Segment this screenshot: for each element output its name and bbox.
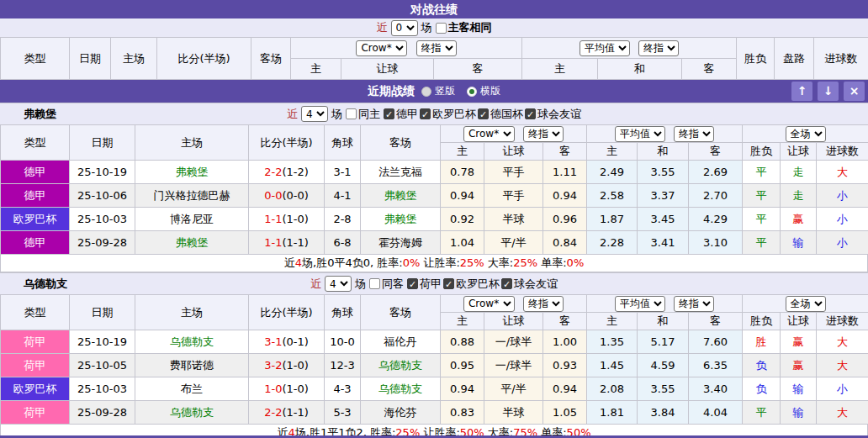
league-filter-checkbox[interactable]: ✓德国杯 <box>478 107 523 122</box>
bookmaker-select[interactable]: Crow* <box>463 296 515 312</box>
match-row: 荷甲25-10-19乌德勒支3-1(0-1)10-0福伦丹0.88一/球半1.0… <box>1 330 868 354</box>
col-date: 日期 <box>70 125 135 161</box>
sub-col-avg-away: 客 <box>689 143 743 161</box>
avg-home-odds: 1.81 <box>587 401 638 425</box>
section-summary-freiburg: 近4场,胜0平4负0, 胜率:0% 让胜率:25% 大率:25% 单率:0% <box>0 255 868 272</box>
match-date: 25-10-03 <box>70 208 135 231</box>
match-date: 25-10-03 <box>70 377 135 401</box>
handicap-result-cell: 赢 <box>781 330 817 354</box>
checkbox-unchecked-icon[interactable] <box>346 108 357 119</box>
same-away-checkbox[interactable]: 同客 <box>369 277 404 292</box>
checkbox-unchecked-icon[interactable] <box>369 278 380 289</box>
h2h-match-count-select[interactable]: 0 <box>391 20 418 36</box>
away-team: 弗赖堡 <box>361 208 441 231</box>
avg-draw-odds: 3.84 <box>638 401 689 425</box>
up-arrow-icon: ↑ <box>797 84 807 98</box>
checkbox-checked-icon[interactable]: ✓ <box>420 108 431 119</box>
move-up-button[interactable]: ↑ <box>791 82 812 101</box>
checkbox-checked-icon[interactable]: ✓ <box>525 108 536 119</box>
half-score: (1-0) <box>282 213 308 225</box>
same-venue-checkbox[interactable]: 主客相同 <box>436 20 492 35</box>
average-group-header: 平均值 终指 <box>587 295 743 313</box>
final-odds-select[interactable]: 终指 <box>523 126 564 142</box>
col-score: 比分(半场) <box>249 295 325 330</box>
league-filter-checkbox[interactable]: ✓德甲 <box>384 107 418 122</box>
fullmatch-group-header: 全场 <box>743 295 868 313</box>
handicap-result-cell: 输 <box>781 401 817 425</box>
matches-label: 场 <box>355 277 366 292</box>
summary-segment: 近 <box>277 426 288 438</box>
move-down-button[interactable]: ↓ <box>818 82 839 101</box>
final-odds-select[interactable]: 终指 <box>674 126 714 142</box>
summary-segment: 场,胜1平1负2, 胜率: <box>295 426 396 438</box>
checkbox-checked-icon[interactable]: ✓ <box>478 108 489 119</box>
horizontal-layout-radio[interactable]: 横版 <box>467 80 500 103</box>
handicap-line: 一/球半 <box>484 354 543 377</box>
league-filter-checkbox[interactable]: ✓球会友谊 <box>501 277 558 292</box>
full-score: 3-2 <box>264 359 282 372</box>
summary-segment: 25% <box>513 256 537 269</box>
home-team: 博洛尼亚 <box>135 208 249 231</box>
summary-segment: 75% <box>513 426 537 438</box>
final-odds-select[interactable]: 终指 <box>523 296 564 312</box>
same-venue-label: 主客相同 <box>448 20 492 35</box>
checkbox-unchecked-icon[interactable] <box>436 23 447 34</box>
odds-history-panel: 对战往绩 近 0 场 主客相同 类型 日期 主场 比分(半场) 客场 <box>0 0 868 438</box>
average-select[interactable]: 平均值 <box>615 126 665 142</box>
checkbox-checked-icon[interactable]: ✓ <box>443 278 454 289</box>
near-label: 近 <box>287 107 298 122</box>
full-score: 1-1 <box>264 213 282 225</box>
league-filter-checkbox[interactable]: ✓荷甲 <box>407 277 442 292</box>
col-handicap-result: 盘路 <box>775 38 814 80</box>
match-row: 德甲25-10-19弗赖堡2-2(1-2)3-1法兰克福0.78平手1.112.… <box>1 161 868 184</box>
away-team: 福伦丹 <box>361 330 441 354</box>
full-score: 1-0 <box>264 383 282 395</box>
sub-col-result: 胜负 <box>743 313 781 330</box>
bookmaker-select[interactable]: Crow* <box>463 126 515 142</box>
same-home-label: 同主 <box>358 107 380 122</box>
close-button[interactable]: × <box>844 82 865 101</box>
checkbox-checked-icon[interactable]: ✓ <box>501 278 512 289</box>
final-odds-select[interactable]: 终指 <box>674 296 714 312</box>
radio-icon[interactable] <box>421 87 431 97</box>
home-team: 弗赖堡 <box>135 231 249 255</box>
matches-label: 场 <box>421 20 432 35</box>
score-cell: 3-2(1-0) <box>249 354 325 377</box>
h2h-title-bar: 对战往绩 <box>0 0 868 18</box>
sub-col-avg-draw: 和 <box>598 59 682 80</box>
fullmatch-select[interactable]: 全场 <box>786 296 826 312</box>
league-filter-group: ✓荷甲✓欧罗巴杯✓球会友谊 <box>407 277 558 292</box>
fullmatch-select[interactable]: 全场 <box>786 126 826 142</box>
match-count-select[interactable]: 4 <box>301 106 328 122</box>
checkbox-checked-icon[interactable]: ✓ <box>384 108 394 119</box>
avg-away-odds: 3.40 <box>689 377 743 401</box>
result-cell: 平 <box>743 184 781 208</box>
checkbox-checked-icon[interactable]: ✓ <box>407 278 418 289</box>
summary-segment: 25% <box>395 426 420 438</box>
handicap-home-odds: 0.92 <box>441 208 484 231</box>
average-select[interactable]: 平均值 <box>580 40 630 56</box>
match-date: 25-09-28 <box>70 231 135 255</box>
final-odds-select[interactable]: 终指 <box>416 40 457 56</box>
home-team: 弗赖堡 <box>135 161 249 184</box>
league-filter-checkbox[interactable]: ✓球会友谊 <box>525 107 581 122</box>
home-team: 乌德勒支 <box>135 330 249 354</box>
radio-selected-icon[interactable] <box>467 87 477 97</box>
average-select[interactable]: 平均值 <box>615 296 665 312</box>
vertical-layout-radio[interactable]: 竖版 <box>421 80 455 103</box>
league-filter-checkbox[interactable]: ✓欧罗巴杯 <box>443 277 500 292</box>
recent-results-bar: 近期战绩 竖版 横版 ↑ ↓ × <box>0 80 868 103</box>
match-count-select[interactable]: 4 <box>325 276 352 292</box>
handicap-result-cell: 走 <box>781 184 817 208</box>
same-home-checkbox[interactable]: 同主 <box>346 107 380 122</box>
goals-result-cell: 小 <box>817 377 868 401</box>
sub-col-handicap: 让球 <box>341 59 434 80</box>
bookmaker-select[interactable]: Crow* <box>356 40 407 56</box>
col-away: 客场 <box>361 125 441 161</box>
league-filter-checkbox[interactable]: ✓欧罗巴杯 <box>420 107 476 122</box>
sub-col-away-odds: 客 <box>543 143 587 161</box>
final-odds-select[interactable]: 终指 <box>638 40 679 56</box>
score-cell: 1-1(1-0) <box>249 208 325 231</box>
avg-away-odds: 3.10 <box>689 231 743 255</box>
full-score: 2-2 <box>264 166 282 178</box>
